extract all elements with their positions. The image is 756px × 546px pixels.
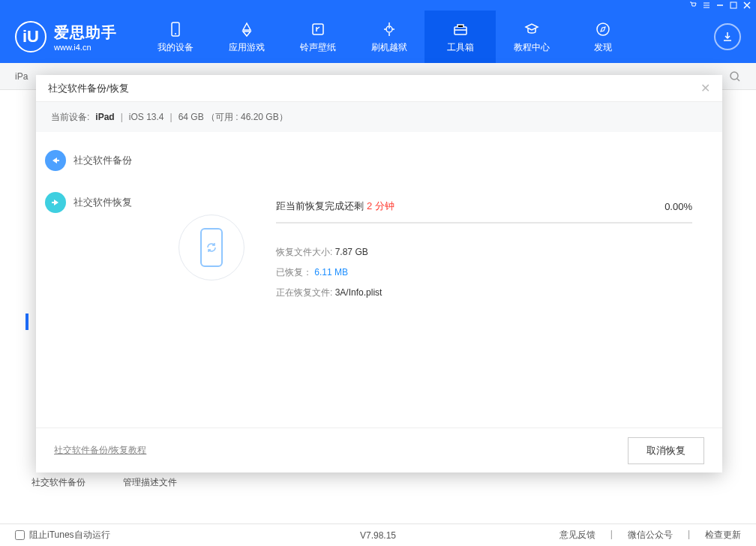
status-bar: 阻止iTunes自动运行 V7.98.15 意见反馈 | 微信公众号 | 检查更… xyxy=(0,524,756,546)
separator: | xyxy=(170,112,172,122)
device-os: iOS 13.4 xyxy=(129,112,164,122)
version-label: V7.98.15 xyxy=(360,530,396,541)
separator: | xyxy=(688,529,690,542)
separator: | xyxy=(121,112,123,122)
nav-label: 教程中心 xyxy=(514,41,550,54)
size-value: 7.87 GB xyxy=(335,247,368,257)
nav-discover[interactable]: 发现 xyxy=(567,10,638,63)
nav-flash[interactable]: 刷机越狱 xyxy=(353,10,424,63)
close-icon[interactable] xyxy=(742,1,752,10)
feedback-link[interactable]: 意见反馈 xyxy=(560,529,596,542)
block-itunes-label: 阻止iTunes自动运行 xyxy=(29,529,110,542)
block-itunes-input[interactable] xyxy=(15,530,25,540)
flash-icon xyxy=(380,20,398,38)
nav-tutorial[interactable]: 教程中心 xyxy=(496,10,567,63)
check-update-link[interactable]: 检查更新 xyxy=(705,529,741,542)
tool-label: 管理描述文件 xyxy=(123,476,177,489)
svg-point-8 xyxy=(730,72,738,80)
done-value: 6.11 MB xyxy=(314,267,348,278)
download-manager-button[interactable] xyxy=(714,23,741,50)
maximize-icon[interactable] xyxy=(729,1,738,10)
logo-badge-icon: iU xyxy=(15,21,46,52)
window-titlebar xyxy=(0,0,756,10)
progress-bar xyxy=(276,222,692,224)
device-prefix: 当前设备: xyxy=(51,111,89,124)
device-icon xyxy=(166,20,184,38)
progress-prefix: 距当前恢复完成还剩 xyxy=(276,200,364,213)
current-label: 正在恢复文件: xyxy=(276,287,332,298)
size-label: 恢复文件大小: xyxy=(276,247,332,257)
side-backup[interactable]: 社交软件备份 xyxy=(45,150,154,171)
modal-header: 社交软件备份/恢复 ✕ xyxy=(36,75,722,102)
nav-label: 铃声壁纸 xyxy=(300,41,336,54)
sidebar-active-indicator xyxy=(26,314,28,330)
svg-point-5 xyxy=(388,27,390,28)
modal-sidebar: 社交软件备份 社交软件恢复 xyxy=(36,132,164,428)
modal-close-button[interactable]: ✕ xyxy=(700,81,710,95)
device-storage: 64 GB （可用 : 46.20 GB） xyxy=(178,111,288,124)
logo-title: 爱思助手 xyxy=(54,22,117,43)
share-icon xyxy=(45,150,66,171)
nav-label: 应用游戏 xyxy=(229,41,265,54)
nav-label: 我的设备 xyxy=(158,41,194,54)
device-info-bar: 当前设备: iPad | iOS 13.4 | 64 GB （可用 : 46.2… xyxy=(36,102,722,132)
apps-icon xyxy=(238,20,256,38)
svg-point-7 xyxy=(597,23,609,35)
cart-icon[interactable] xyxy=(688,1,698,10)
block-itunes-checkbox[interactable]: 阻止iTunes自动运行 xyxy=(15,529,110,542)
svg-point-2 xyxy=(175,33,176,34)
breadcrumb: iPa xyxy=(15,71,28,82)
separator: | xyxy=(610,529,613,542)
nav-label: 刷机越狱 xyxy=(371,41,407,54)
list-icon[interactable] xyxy=(702,1,711,10)
progress-remaining: 2 分钟 xyxy=(367,200,394,213)
undo-icon xyxy=(45,192,66,213)
tool-label: 社交软件备份 xyxy=(32,476,86,489)
wechat-link[interactable]: 微信公众号 xyxy=(628,529,673,542)
progress-percent: 0.00% xyxy=(664,201,692,212)
compass-icon xyxy=(594,20,612,38)
restore-animation-icon xyxy=(178,214,244,280)
toolbox-icon xyxy=(452,20,470,38)
ringtone-icon xyxy=(309,20,327,38)
nav-label: 发现 xyxy=(594,41,612,54)
app-logo[interactable]: iU 爱思助手 www.i4.cn xyxy=(15,21,117,52)
nav-ringtone[interactable]: 铃声壁纸 xyxy=(282,10,353,63)
nav-label: 工具箱 xyxy=(447,41,474,54)
done-label: 已恢复： xyxy=(276,267,312,278)
minimize-icon[interactable] xyxy=(716,1,724,10)
cancel-restore-button[interactable]: 取消恢复 xyxy=(628,437,704,464)
logo-subtitle: www.i4.cn xyxy=(54,43,117,52)
svg-rect-3 xyxy=(313,24,323,34)
nav-toolbox[interactable]: 工具箱 xyxy=(424,10,496,63)
device-name: iPad xyxy=(95,112,114,122)
social-backup-modal: 社交软件备份/恢复 ✕ 当前设备: iPad | iOS 13.4 | 64 G… xyxy=(36,75,722,472)
current-value: 3A/Info.plist xyxy=(335,287,382,298)
modal-title: 社交软件备份/恢复 xyxy=(48,82,129,95)
tutorial-link[interactable]: 社交软件备份/恢复教程 xyxy=(54,444,146,457)
nav-items: 我的设备 应用游戏 铃声壁纸 刷机越狱 工具箱 教程中心 发现 xyxy=(140,10,638,63)
search-icon[interactable] xyxy=(729,70,741,82)
side-label: 社交软件恢复 xyxy=(74,196,132,209)
side-restore[interactable]: 社交软件恢复 xyxy=(45,192,154,213)
svg-rect-0 xyxy=(730,2,736,8)
side-label: 社交软件备份 xyxy=(74,154,132,167)
nav-apps[interactable]: 应用游戏 xyxy=(211,10,282,63)
modal-main: 距当前恢复完成还剩 2 分钟 0.00% 恢复文件大小: 7.87 GB 已恢复… xyxy=(164,132,722,428)
tutorial-icon xyxy=(523,20,541,38)
modal-footer: 社交软件备份/恢复教程 取消恢复 xyxy=(36,428,722,472)
main-navbar: iU 爱思助手 www.i4.cn 我的设备 应用游戏 铃声壁纸 刷机越狱 工具… xyxy=(0,10,756,63)
svg-rect-6 xyxy=(454,27,466,34)
nav-my-device[interactable]: 我的设备 xyxy=(140,10,211,63)
